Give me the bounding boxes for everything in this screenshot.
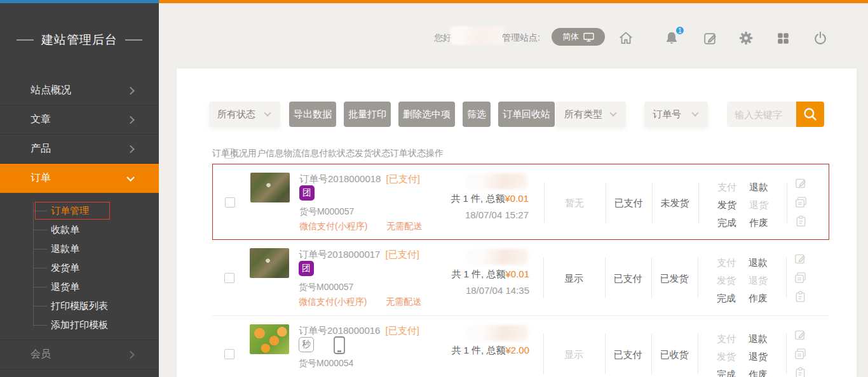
clipboard-icon[interactable] (794, 290, 807, 303)
chevron-down-icon (609, 109, 616, 116)
search-icon (802, 106, 818, 122)
print-icon[interactable] (794, 195, 808, 209)
column-header: 订单概况 (212, 148, 248, 158)
search-field-dropdown[interactable]: 订单号 (644, 102, 708, 127)
toolbar-button[interactable]: 导出数据 (289, 102, 336, 127)
status-action[interactable]: 完成 (710, 369, 742, 377)
order-number: 订单号2018000018 (299, 173, 381, 184)
status-action: 发货 (710, 275, 742, 287)
status-action[interactable]: 完成 (711, 217, 743, 229)
sidebar-subitem[interactable]: 收款单 (0, 220, 159, 239)
row-checkbox[interactable] (224, 273, 234, 283)
status-action[interactable]: 作废 (743, 217, 775, 229)
sidebar-subitem[interactable]: 打印模版列表 (0, 296, 159, 315)
column-divider (787, 182, 787, 223)
sidebar-subitem[interactable]: 退款单 (0, 239, 159, 258)
monitor-icon (583, 32, 594, 42)
clipboard-icon[interactable] (794, 366, 807, 377)
status-action[interactable]: 退款 (742, 333, 774, 345)
status-action[interactable]: 退款 (742, 257, 774, 269)
edit-icon[interactable] (794, 176, 808, 190)
table-header: 订单概况用户信息物流信息付款状态发货状态订单状态操作 (212, 147, 829, 164)
order-summary: 共 1 件, 总额¥2.00 (383, 345, 529, 357)
product-thumbnail[interactable] (250, 173, 290, 202)
status-action[interactable]: 退货 (742, 351, 774, 363)
language-label: 简体 (562, 31, 579, 43)
sidebar-subitem[interactable]: 发货单 (0, 258, 159, 277)
sidebar-subitem[interactable]: 退货单 (0, 277, 159, 296)
status-action[interactable]: 作废 (742, 293, 774, 305)
shipping-status: 未发货 (661, 197, 689, 209)
sidebar-subitem-label: 添加打印模板 (51, 319, 108, 331)
order-amount: ¥0.01 (505, 268, 529, 279)
search-button[interactable] (796, 102, 824, 127)
sidebar-item-active[interactable]: 订单 (0, 164, 159, 193)
chevron-down-icon (264, 109, 271, 116)
row-checkbox[interactable] (224, 349, 234, 359)
buyer-name-redacted (467, 249, 528, 265)
compose-icon[interactable] (701, 29, 719, 47)
column-divider (651, 258, 652, 298)
row-checkbox[interactable] (225, 197, 235, 208)
order-type-badge: 秒 (299, 337, 314, 352)
search-field-value: 订单号 (653, 109, 681, 121)
status-filter-value: 所有状态 (217, 109, 255, 121)
logistics-link[interactable]: 显示 (564, 273, 583, 285)
sidebar-item-label: 站点概况 (31, 84, 71, 97)
toolbar-button[interactable]: 删除选中项 (398, 102, 455, 127)
toolbar-button[interactable]: 筛选 (463, 102, 491, 127)
toolbar-button[interactable]: 批量打印 (344, 102, 391, 127)
user-info-cell: 共 1 件, 总额¥0.01 18/07/04 14:35 (383, 240, 529, 296)
product-thumbnail[interactable] (250, 248, 289, 278)
status-action: 退货 (742, 275, 774, 287)
payment-method-line (299, 373, 315, 377)
order-rows: 订单号2018000018 [已支付] 团 货号M000057 微信支付(小程序… (212, 164, 829, 377)
user-info-cell: 共 1 件, 总额¥0.01 18/07/04 15:27 (383, 164, 529, 220)
column-divider (651, 334, 652, 374)
sidebar-subitem[interactable]: 添加打印模板 (0, 315, 159, 334)
power-icon[interactable] (811, 29, 829, 47)
status-action[interactable]: 退款 (743, 182, 775, 194)
status-action[interactable]: 完成 (710, 293, 742, 305)
username-redacted (450, 26, 505, 45)
sku-number: 货号M000057 (299, 282, 353, 293)
print-icon[interactable] (794, 271, 807, 284)
sidebar-item-link[interactable]: 站点概况 (0, 76, 159, 105)
apps-icon[interactable] (774, 29, 792, 47)
column-divider (786, 334, 787, 374)
status-action[interactable]: 作废 (742, 369, 774, 377)
product-thumbnail[interactable] (250, 324, 289, 354)
order-datetime: 18/07/04 14:35 (383, 285, 529, 296)
sidebar-item-link[interactable]: 产品 (0, 135, 159, 164)
app-title-text: 建站管理后台 (41, 32, 118, 48)
column-divider (605, 334, 606, 374)
edit-icon[interactable] (794, 328, 807, 341)
row-operations (794, 328, 807, 377)
sidebar-subitem-label: 发货单 (51, 262, 79, 274)
sidebar-subitem[interactable]: 订单管理 (0, 201, 159, 220)
sidebar-item-label: 会员 (31, 348, 51, 361)
order-summary: 共 1 件, 总额¥0.01 (383, 268, 529, 281)
toolbar-button[interactable]: 订单回收站 (498, 102, 555, 127)
home-icon[interactable] (617, 29, 635, 47)
status-action[interactable]: 发货 (711, 199, 743, 211)
payment-method: 微信支付(小程序) (299, 296, 367, 307)
chevron-down-icon (691, 109, 698, 116)
type-filter-dropdown[interactable]: 所有类型 (556, 102, 626, 127)
order-row: 订单号2018000017 [已支付] 团 货号M000057 微信支付(小程序… (212, 240, 829, 316)
gear-icon[interactable] (737, 29, 755, 47)
clipboard-icon[interactable] (794, 215, 808, 228)
edit-icon[interactable] (794, 252, 807, 265)
bell-icon[interactable]: 1 (663, 29, 681, 47)
keyword-input[interactable] (727, 102, 796, 127)
status-action: 发货 (710, 351, 742, 363)
sku-number: 货号M000054 (299, 358, 353, 369)
language-site-switch[interactable]: 简体 (552, 28, 605, 46)
payment-method-line: 微信支付(小程序) 无需配送 (299, 296, 421, 308)
order-status-actions: 支付退款发货退货完成作废 (710, 257, 774, 305)
print-icon[interactable] (794, 347, 807, 360)
sidebar-subitem-label: 退款单 (51, 243, 79, 255)
status-filter-dropdown[interactable]: 所有状态 (209, 102, 280, 127)
sidebar-item-link[interactable]: 文章 (0, 105, 159, 135)
sidebar-item-member[interactable]: 会员 (0, 340, 159, 369)
